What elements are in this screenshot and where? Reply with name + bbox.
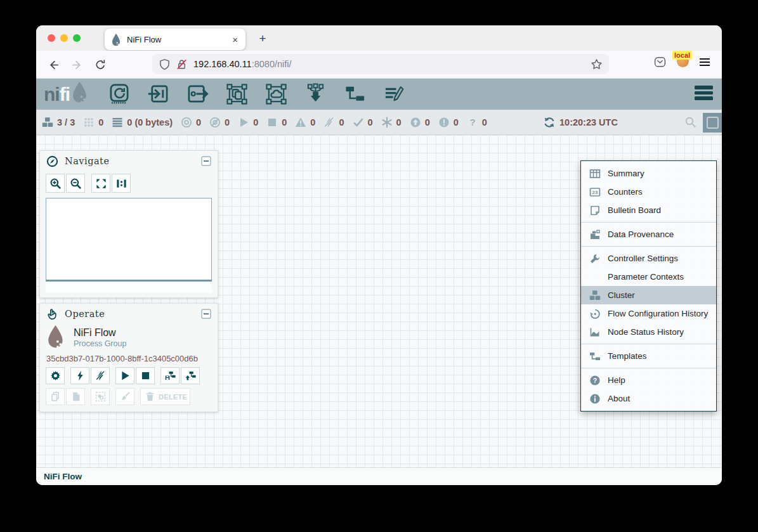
threads-grid-icon: [83, 117, 95, 128]
operate-palette: Operate NiFi Flow Process Group 35cbd3b7…: [39, 303, 218, 412]
save-template-button[interactable]: [160, 367, 180, 384]
shield-icon[interactable]: [159, 58, 171, 70]
url-text[interactable]: 192.168.40.11:8080/nifi/: [193, 59, 591, 69]
menu-separator: [581, 246, 716, 247]
forward-button[interactable]: [67, 55, 86, 74]
profile-avatar[interactable]: local: [677, 55, 689, 67]
global-menu-dropdown: Summary23CountersBulletin BoardData Prov…: [580, 160, 717, 412]
disable-button[interactable]: [91, 367, 110, 384]
paste-button[interactable]: [66, 388, 85, 405]
locally-modified-stale-count: 0: [438, 117, 459, 128]
remote-process-group-component-icon[interactable]: [262, 82, 290, 107]
macos-minimize-button[interactable]: [60, 34, 68, 42]
data-provenance-icon: [589, 229, 601, 240]
nifi-global-menu-button[interactable]: [695, 86, 713, 100]
funnel-component-icon[interactable]: [301, 82, 329, 107]
back-button[interactable]: [44, 55, 63, 74]
locally-modified-count: 0: [381, 117, 402, 128]
zoom-actual-size-button[interactable]: [112, 174, 131, 193]
locally-modified-icon: [381, 117, 393, 128]
new-tab-button[interactable]: +: [254, 30, 271, 47]
disabled-count: 0: [323, 117, 344, 128]
menu-item-help[interactable]: ?Help: [581, 371, 716, 389]
logo-text-ni: ni: [44, 85, 60, 104]
disabled-icon: [323, 117, 335, 128]
controller-settings-icon: [589, 253, 601, 264]
svg-text:?: ?: [469, 117, 475, 127]
breadcrumb-root[interactable]: NiFi Flow: [44, 472, 82, 481]
stopped-count: 0: [266, 117, 287, 128]
menu-item-flow-configuration-history[interactable]: Flow Configuration History: [581, 304, 716, 323]
navigate-title: Navigate: [65, 156, 201, 166]
url-bar[interactable]: 192.168.40.11:8080/nifi/: [152, 54, 609, 74]
status-corner-button[interactable]: [703, 113, 722, 133]
bookmark-star-icon[interactable]: [591, 58, 603, 70]
copy-button[interactable]: [46, 388, 65, 405]
selected-flow-type: Process Group: [74, 339, 126, 349]
tab-close-icon[interactable]: ×: [231, 34, 239, 45]
zoom-out-button[interactable]: [66, 174, 85, 193]
menu-item-about[interactable]: About: [581, 389, 716, 408]
refresh-icon[interactable]: [544, 117, 555, 128]
cluster-cubes-icon: [589, 290, 601, 301]
svg-text:?: ?: [593, 377, 597, 384]
navigate-palette: Navigate: [39, 150, 218, 298]
delete-button[interactable]: DELETE: [140, 388, 190, 405]
profile-badge: local: [672, 51, 692, 60]
menu-item-cluster[interactable]: Cluster: [581, 286, 716, 304]
template-component-icon[interactable]: [341, 82, 369, 107]
search-icon[interactable]: [684, 116, 697, 129]
reload-button[interactable]: [91, 55, 110, 74]
queued-list-icon: [112, 117, 123, 128]
output-port-component-icon[interactable]: [183, 82, 211, 107]
zoom-fit-button[interactable]: [91, 174, 110, 193]
macos-close-button[interactable]: [48, 34, 55, 42]
menu-item-node-status-history[interactable]: Node Status History: [581, 323, 716, 341]
menu-item-counters[interactable]: 23Counters: [581, 183, 716, 201]
enable-button[interactable]: [70, 367, 89, 384]
insecure-lock-icon[interactable]: [176, 58, 188, 70]
cluster-cubes-icon: [42, 117, 53, 128]
processor-component-icon[interactable]: [105, 82, 133, 107]
macos-zoom-button[interactable]: [73, 34, 81, 42]
label-component-icon[interactable]: [380, 82, 408, 107]
birdseye-minimap[interactable]: [46, 198, 212, 282]
flow-config-history-icon: [589, 308, 601, 320]
nifi-app: nifi 3 / 300 (0 bytes)0000000000?0 10:20…: [36, 79, 722, 485]
browser-tab[interactable]: NiFi Flow ×: [105, 29, 245, 50]
upload-template-button[interactable]: [181, 367, 200, 384]
configure-button[interactable]: [46, 367, 65, 384]
process-group-component-icon[interactable]: [223, 82, 251, 107]
stop-button[interactable]: [136, 367, 155, 384]
transmitting-count: 0: [181, 117, 201, 128]
menu-item-controller-settings[interactable]: Controller Settings: [581, 249, 716, 268]
avatar: local: [677, 55, 689, 67]
last-refreshed-time: 10:20:23 UTC: [559, 117, 618, 127]
menu-item-bulletin-board[interactable]: Bulletin Board: [581, 201, 716, 219]
start-button[interactable]: [115, 367, 134, 384]
templates-icon: [589, 351, 601, 362]
flow-canvas[interactable]: Navigate: [36, 135, 722, 467]
menu-item-data-provenance[interactable]: Data Provenance: [581, 225, 716, 243]
bulletin-board-icon: [589, 205, 601, 216]
logo-text-fi: fi: [60, 85, 70, 104]
input-port-component-icon[interactable]: [144, 82, 172, 107]
collapse-navigate-button[interactable]: [201, 156, 211, 166]
collapse-operate-button[interactable]: [201, 309, 211, 319]
pocket-button[interactable]: [653, 55, 667, 68]
menu-item-summary[interactable]: Summary: [581, 164, 716, 183]
group-button[interactable]: [91, 388, 110, 405]
stale-icon: [410, 117, 421, 128]
active-threads-count: 0: [83, 117, 103, 128]
process-group-id: 35cbd3b7-017b-1000-8bff-1c3405c00d6b: [40, 349, 218, 363]
nifi-status-bar: 3 / 300 (0 bytes)0000000000?0 10:20:23 U…: [36, 110, 722, 135]
up-to-date-count: 0: [353, 117, 373, 128]
menu-separator: [581, 222, 716, 223]
fill-color-button[interactable]: [115, 388, 134, 405]
menu-item-parameter-contexts[interactable]: Parameter Contexts: [581, 268, 716, 286]
operate-title: Operate: [65, 309, 201, 319]
firefox-menu-button[interactable]: [700, 58, 710, 66]
svg-text:23: 23: [592, 190, 598, 195]
menu-item-templates[interactable]: Templates: [581, 347, 716, 365]
zoom-in-button[interactable]: [46, 174, 65, 193]
